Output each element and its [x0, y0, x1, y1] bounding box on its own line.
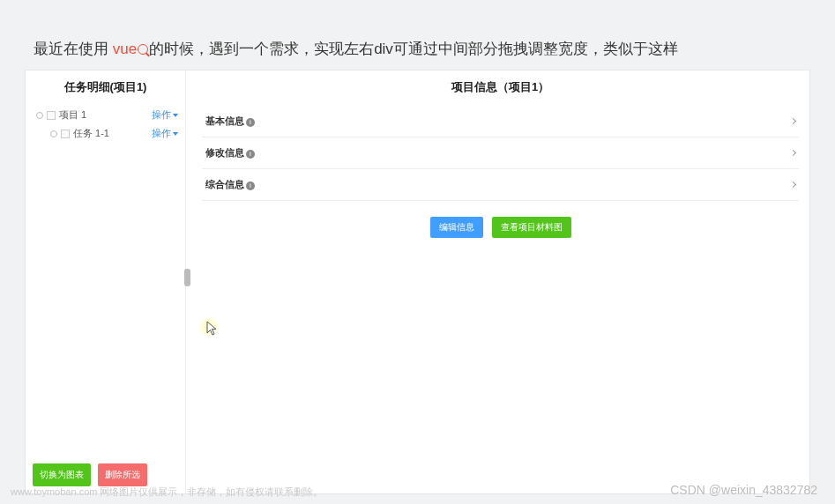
left-panel: 任务明细(项目1) 项目 1 操作 任务 1-1 [26, 70, 186, 493]
view-material-button[interactable]: 查看项目材料图 [492, 217, 571, 238]
checkbox-icon[interactable] [61, 130, 70, 138]
intro-prefix: 最近在使用 [34, 41, 108, 57]
action-buttons: 编辑信息 查看项目材料图 [191, 201, 809, 254]
accordion-item-summary[interactable]: 综合信息i [202, 169, 799, 201]
tree-parent-label: 项目 1 [59, 108, 86, 122]
search-icon[interactable] [138, 44, 148, 55]
accordion-label: 综合信息 [205, 179, 244, 189]
watermark-note: 网络图片仅供展示，非存储，如有侵权请联系删除。 [97, 486, 323, 497]
accordion-label: 基本信息 [205, 115, 244, 126]
info-icon: i [246, 150, 255, 159]
accordion-item-basic[interactable]: 基本信息i [202, 106, 799, 137]
watermark-right: CSDN @weixin_43832782 [670, 483, 817, 497]
action-label: 操作 [152, 127, 171, 140]
tree-child-label: 任务 1-1 [73, 127, 109, 140]
edit-info-button[interactable]: 编辑信息 [430, 217, 483, 238]
chevron-right-icon [790, 118, 796, 124]
delete-selected-button[interactable]: 删除所选 [98, 463, 147, 486]
action-dropdown[interactable]: 操作 [152, 127, 178, 140]
watermark-left: www.toymoban.com 网络图片仅供展示，非存储，如有侵权请联系删除。 [11, 485, 324, 499]
accordion-label: 修改信息 [205, 147, 244, 158]
action-dropdown[interactable]: 操作 [152, 108, 178, 122]
checkbox-icon[interactable] [47, 111, 56, 120]
tree-row-parent[interactable]: 项目 1 操作 [36, 106, 178, 124]
switch-view-button[interactable]: 切换为图表 [33, 463, 91, 486]
intro-text: 最近在使用 vue的时候，遇到一个需求，实现左右div可通过中间部分拖拽调整宽度… [0, 0, 835, 70]
info-icon: i [246, 182, 255, 190]
chevron-right-icon [790, 182, 796, 188]
tree-row-child[interactable]: 任务 1-1 操作 [36, 124, 178, 143]
left-panel-title: 任务明细(项目1) [26, 70, 185, 102]
right-panel: 项目信息（项目1） 基本信息i 修改信息i 综合信息i [191, 70, 809, 493]
expand-icon[interactable] [50, 130, 57, 137]
expand-icon[interactable] [36, 112, 43, 119]
intro-suffix: 的时候，遇到一个需求，实现左右div可通过中间部分拖拽调整宽度，类似于这样 [149, 41, 678, 57]
accordion-item-modify[interactable]: 修改信息i [202, 137, 799, 169]
right-panel-title: 项目信息（项目1） [191, 70, 809, 102]
chevron-down-icon [173, 114, 178, 117]
info-icon: i [246, 118, 255, 127]
chevron-down-icon [173, 132, 178, 136]
action-label: 操作 [152, 108, 171, 122]
vue-text: vue [108, 41, 137, 57]
drag-handle-icon[interactable] [184, 269, 190, 286]
task-tree: 项目 1 操作 任务 1-1 操作 [26, 102, 185, 456]
app-container: 任务明细(项目1) 项目 1 操作 任务 1-1 [25, 70, 810, 494]
watermark-domain: www.toymoban.com [11, 486, 97, 497]
accordion: 基本信息i 修改信息i 综合信息i [191, 102, 809, 201]
chevron-right-icon [790, 150, 796, 156]
